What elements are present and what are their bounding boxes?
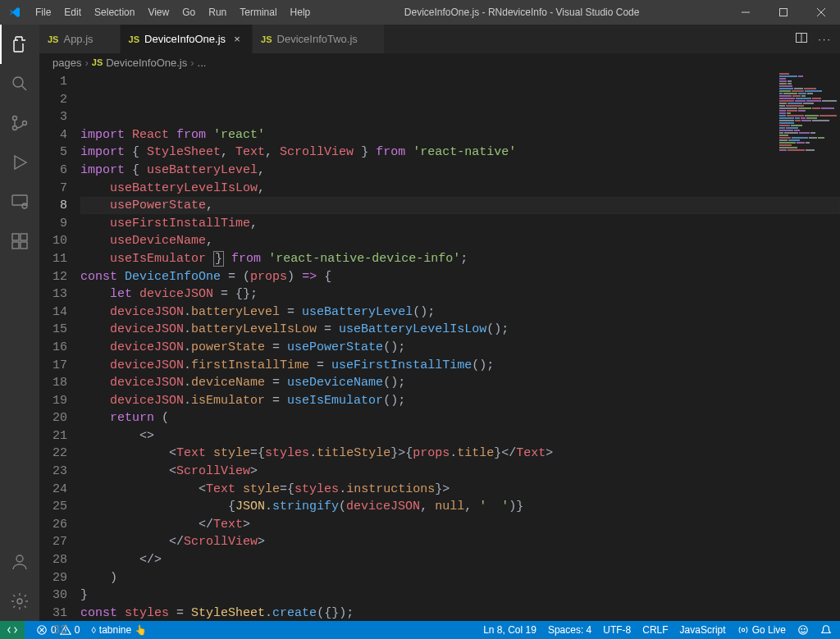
breadcrumbs[interactable]: pages › JS DeviceInfoOne.js › ... [39,53,840,71]
code-line[interactable]: import { useBatteryLevel, [80,162,840,180]
code-line[interactable]: deviceJSON.powerState = usePowerState(); [80,339,840,357]
code-line[interactable]: ) [80,569,840,587]
menu-terminal[interactable]: Terminal [233,0,283,25]
code-line[interactable]: </Text> [80,516,840,534]
code-line[interactable]: deviceJSON.batteryLevelIsLow = useBatter… [80,321,840,339]
code-line[interactable]: <> [80,427,840,445]
main-menu[interactable]: FileEditSelectionViewGoRunTerminalHelp [29,0,317,25]
menu-file[interactable]: File [29,0,57,25]
js-file-icon: JS [129,34,139,44]
code-line[interactable]: import { StyleSheet, Text, ScrollView } … [80,144,840,162]
more-actions-icon[interactable]: ··· [818,33,832,45]
code-line[interactable]: deviceJSON.firstInstallTime = useFirstIn… [80,357,840,375]
js-file-icon: JS [261,34,272,44]
svg-rect-13 [21,242,27,249]
titlebar: FileEditSelectionViewGoRunTerminalHelp D… [0,0,840,25]
tab-deviceinfoone-js[interactable]: JSDeviceInfoOne.js× [121,25,253,53]
code-line[interactable]: </> [80,551,840,569]
code-line[interactable]: deviceJSON.isEmulator = useIsEmulator(); [80,392,840,410]
breadcrumb-folder[interactable]: pages [52,57,81,69]
vscode-logo-icon [0,6,29,19]
svg-point-8 [23,121,27,126]
breadcrumb-file[interactable]: DeviceInfoOne.js [106,57,187,69]
code-line[interactable]: deviceJSON.batteryLevel = useBatteryLeve… [80,304,840,322]
svg-point-4 [13,77,23,87]
code-line[interactable]: } [80,587,840,605]
menu-run[interactable]: Run [202,0,233,25]
status-bar: 0 0 ◊ tabnine 👆 Ln 8, Col 19 Spaces: 4 U… [0,621,840,639]
code-line[interactable]: useIsEmulator } from 'react-native-devic… [80,250,840,268]
warning-count: 0 [75,624,80,636]
editor-area: JSApp.js×JSDeviceInfoOne.js×JSDeviceInfo… [39,25,840,621]
menu-selection[interactable]: Selection [88,0,141,25]
code-editor[interactable]: 1234567891011121314151617181920212223242… [39,71,840,621]
minimize-button[interactable] [727,0,765,25]
split-editor-icon[interactable] [795,31,808,47]
code-line[interactable]: return ( [80,409,840,427]
run-debug-icon[interactable] [0,143,39,182]
svg-point-16 [17,599,22,604]
svg-point-25 [801,628,802,629]
tab-label: App.js [63,33,93,45]
svg-point-7 [13,126,17,130]
code-line[interactable]: </ScrollView> [80,533,840,551]
tab-deviceinfotwo-js[interactable]: JSDeviceInfoTwo.js× [253,25,385,53]
cursor-position[interactable]: Ln 8, Col 19 [483,624,536,636]
search-icon[interactable] [0,64,39,103]
maximize-button[interactable] [765,0,802,25]
code-line[interactable]: let deviceJSON = {}; [80,285,840,304]
code-line[interactable]: const styles = StyleSheet.create({}); [80,605,840,621]
remote-indicator[interactable] [0,621,25,639]
menu-go[interactable]: Go [176,0,202,25]
code-line[interactable]: {JSON.stringify(deviceJSON, null, ' ')} [80,498,840,516]
menu-edit[interactable]: Edit [57,0,88,25]
breadcrumb-symbol[interactable]: ... [198,57,207,69]
code-line[interactable]: const DeviceInfoOne = (props) => { [80,268,840,286]
code-content[interactable]: import React from 'react'import { StyleS… [80,71,840,621]
line-gutter: 1234567891011121314151617181920212223242… [39,71,80,621]
js-file-icon: JS [92,57,103,67]
svg-point-6 [13,116,17,121]
code-line[interactable]: useDeviceName, [80,232,840,250]
explorer-icon[interactable] [0,25,39,64]
code-line[interactable]: <ScrollView> [80,463,840,481]
go-live-button[interactable]: Go Live [737,624,786,636]
tab-label: DeviceInfoOne.js [144,33,226,45]
code-line[interactable]: deviceJSON.deviceName = useDeviceName(); [80,374,840,392]
accounts-icon[interactable] [0,542,39,582]
tab-app-js[interactable]: JSApp.js× [39,25,121,53]
svg-point-24 [799,626,808,635]
eol-status[interactable]: CRLF [642,624,668,636]
current-line-highlight [80,197,840,214]
code-line[interactable]: useBatteryLevelIsLow, [80,180,840,198]
code-line[interactable]: import React from 'react' [80,126,840,144]
code-line[interactable]: useFirstInstallTime, [80,215,840,233]
svg-rect-12 [12,242,19,249]
window-title: DeviceInfoOne.js - RNdeviceInfo - Visual… [317,7,727,18]
svg-rect-11 [12,234,19,240]
language-mode[interactable]: JavaScript [680,624,726,636]
close-icon[interactable]: × [231,33,244,46]
encoding-status[interactable]: UTF-8 [603,624,631,636]
remote-explorer-icon[interactable] [0,182,39,221]
notifications-icon[interactable] [820,624,832,636]
minimap[interactable] [774,71,840,186]
menu-help[interactable]: Help [284,0,317,25]
settings-gear-icon[interactable] [0,582,39,621]
feedback-icon[interactable] [797,624,809,636]
indentation-status[interactable]: Spaces: 4 [548,624,591,636]
extensions-icon[interactable] [0,221,39,261]
source-control-icon[interactable] [0,103,39,143]
js-file-icon: JS [48,34,58,44]
tabnine-status[interactable]: ◊ tabnine 👆 [91,624,147,636]
svg-point-10 [22,203,27,208]
code-line[interactable]: <Text style={styles.instructions}> [80,481,840,499]
code-line[interactable]: <Text style={styles.titleStyle}>{props.t… [80,445,840,463]
tab-label: DeviceInfoTwo.js [277,33,358,45]
cursor: } [213,251,224,267]
menu-view[interactable]: View [141,0,176,25]
svg-rect-14 [21,234,27,240]
close-button[interactable] [802,0,840,25]
svg-rect-1 [780,9,788,16]
svg-point-26 [804,628,805,629]
